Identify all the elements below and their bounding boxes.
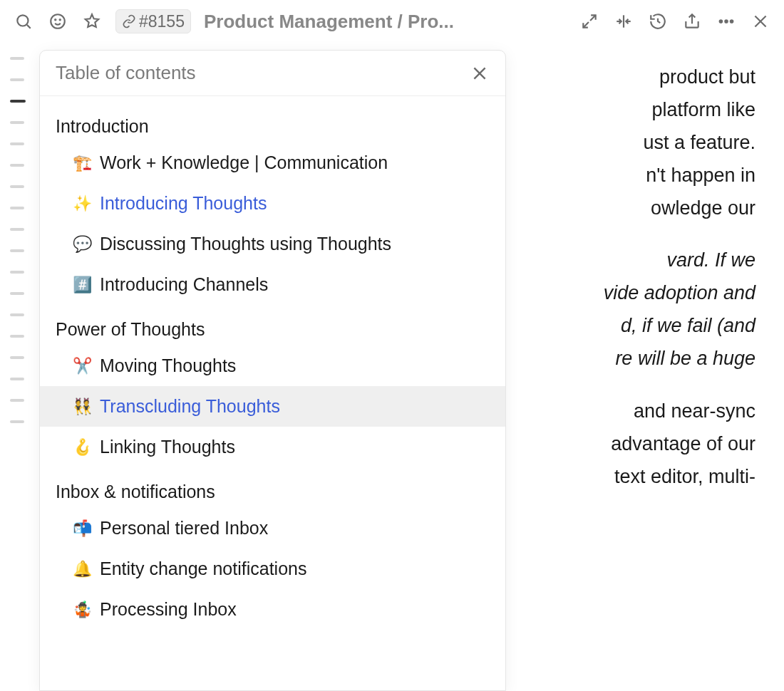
toc-item-emoji-icon: 🪝: [71, 438, 93, 457]
outline-tick[interactable]: [10, 228, 24, 231]
doc-text-fragment: ust a feature.: [643, 132, 755, 153]
toc-item-emoji-icon: #️⃣: [71, 276, 93, 294]
doc-text-fragment: text editor, multi-: [614, 466, 755, 487]
reference-chip-label: #8155: [139, 12, 185, 31]
toc-item-label: Processing Inbox: [100, 599, 237, 620]
outline-tick[interactable]: [10, 164, 24, 167]
outline-tick[interactable]: [10, 292, 24, 295]
toc-item[interactable]: #️⃣Introducing Channels: [40, 264, 505, 305]
outline-tick[interactable]: [10, 185, 24, 188]
outline-tick[interactable]: [10, 420, 24, 423]
top-toolbar: #8155 Product Management / Pro...: [0, 0, 784, 40]
outline-tick[interactable]: [10, 271, 24, 274]
toc-item[interactable]: 👯Transcluding Thoughts: [40, 386, 505, 427]
doc-text-fragment: n't happen in: [646, 165, 755, 186]
doc-text-fragment: advantage of our: [611, 433, 755, 454]
emoji-icon[interactable]: [47, 11, 68, 32]
toc-item[interactable]: ✂️Moving Thoughts: [40, 346, 505, 386]
expand-icon[interactable]: [579, 11, 600, 32]
toc-item-emoji-icon: 🔔: [71, 560, 93, 578]
svg-point-6: [720, 20, 722, 22]
toc-item-label: Moving Thoughts: [100, 355, 236, 376]
toc-item-label: Introducing Channels: [100, 274, 268, 295]
toc-item-emoji-icon: 💬: [71, 235, 93, 254]
outline-tick[interactable]: [10, 356, 24, 359]
toc-item-label: Introducing Thoughts: [100, 193, 267, 214]
toc-item-emoji-icon: 📬: [71, 519, 93, 538]
outline-tick[interactable]: [10, 207, 24, 209]
toc-item-emoji-icon: 🤹: [71, 601, 93, 619]
svg-point-0: [17, 15, 28, 26]
toc-item-emoji-icon: 🏗️: [71, 154, 93, 172]
outline-tick[interactable]: [10, 57, 24, 60]
doc-text-fragment: platform like: [651, 99, 755, 120]
toc-close-button[interactable]: [470, 63, 490, 83]
toc-section-label[interactable]: Introduction: [40, 102, 505, 142]
toc-item-label: Personal tiered Inbox: [100, 518, 268, 539]
toc-item-label: Work + Knowledge | Communication: [100, 152, 388, 173]
toc-item-label: Linking Thoughts: [100, 437, 235, 457]
reference-chip[interactable]: #8155: [115, 9, 191, 33]
outline-tick[interactable]: [10, 399, 24, 402]
toc-body: Introduction🏗️Work + Knowledge | Communi…: [40, 96, 505, 690]
history-icon[interactable]: [647, 11, 669, 32]
doc-text-fragment: product but: [659, 66, 755, 88]
svg-point-7: [725, 20, 727, 22]
more-icon[interactable]: [716, 11, 737, 32]
outline-tick[interactable]: [10, 100, 26, 103]
link-icon: [122, 14, 136, 28]
svg-point-3: [55, 19, 56, 20]
toc-item-emoji-icon: ✂️: [71, 357, 93, 375]
outline-mini-map[interactable]: [10, 57, 26, 423]
outline-tick[interactable]: [10, 78, 24, 81]
share-icon[interactable]: [681, 11, 703, 32]
breadcrumb[interactable]: Product Management / Pro...: [204, 11, 454, 33]
toc-item-label: Discussing Thoughts using Thoughts: [100, 234, 391, 254]
collapse-horizontal-icon[interactable]: [613, 11, 634, 32]
toc-title: Table of contents: [56, 62, 196, 84]
doc-text-fragment: d, if we fail (and: [621, 315, 755, 336]
toc-header: Table of contents: [40, 51, 505, 96]
toc-item[interactable]: ✨Introducing Thoughts: [40, 183, 505, 224]
toc-item[interactable]: 🪝Linking Thoughts: [40, 427, 505, 467]
toc-section-label[interactable]: Inbox & notifications: [40, 467, 505, 508]
svg-line-1: [27, 25, 31, 28]
toc-item-label: Entity change notifications: [100, 558, 306, 579]
doc-text-fragment: vide adoption and: [604, 282, 755, 303]
outline-tick[interactable]: [10, 121, 24, 124]
outline-tick[interactable]: [10, 313, 24, 316]
svg-point-8: [731, 20, 733, 22]
svg-point-4: [60, 19, 61, 20]
outline-tick[interactable]: [10, 249, 24, 252]
toc-item[interactable]: 🏗️Work + Knowledge | Communication: [40, 142, 505, 183]
outline-tick[interactable]: [10, 378, 24, 380]
toc-section-label[interactable]: Power of Thoughts: [40, 305, 505, 346]
star-icon[interactable]: [81, 11, 103, 32]
toc-item-emoji-icon: 👯: [71, 398, 93, 416]
doc-text-fragment: owledge our: [651, 197, 755, 219]
doc-text-fragment: and near-sync: [634, 400, 755, 422]
toc-item-emoji-icon: ✨: [71, 194, 93, 213]
doc-text-fragment: re will be a huge: [615, 348, 755, 369]
outline-tick[interactable]: [10, 335, 24, 338]
outline-tick[interactable]: [10, 142, 24, 145]
close-icon[interactable]: [750, 11, 771, 32]
toc-item[interactable]: 📬Personal tiered Inbox: [40, 508, 505, 549]
toc-item[interactable]: 🔔Entity change notifications: [40, 549, 505, 589]
toc-panel: Table of contents Introduction🏗️Work + K…: [39, 50, 506, 691]
svg-point-2: [51, 14, 65, 28]
toc-item[interactable]: 🤹Processing Inbox: [40, 589, 505, 630]
toc-item[interactable]: 💬Discussing Thoughts using Thoughts: [40, 224, 505, 264]
doc-text-fragment: vard. If we: [666, 249, 755, 271]
search-icon[interactable]: [13, 11, 34, 32]
toc-item-label: Transcluding Thoughts: [100, 396, 280, 417]
